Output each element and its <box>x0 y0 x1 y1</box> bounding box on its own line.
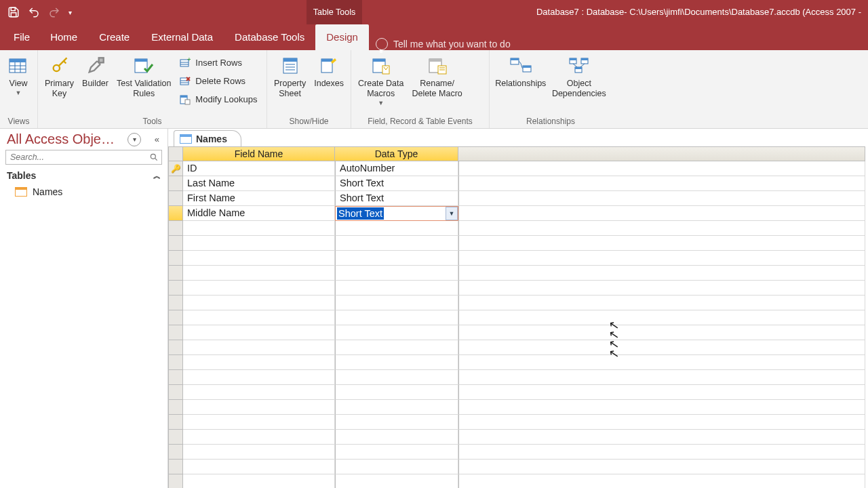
data-type-cell[interactable] <box>335 430 458 445</box>
description-cell[interactable] <box>458 161 865 176</box>
data-type-cell[interactable] <box>335 460 458 474</box>
description-cell[interactable] <box>458 400 865 415</box>
description-cell[interactable] <box>458 445 865 460</box>
row-selector[interactable] <box>168 445 183 460</box>
row-selector[interactable]: 🔑 <box>168 161 183 176</box>
data-type-cell[interactable] <box>335 415 458 430</box>
description-cell[interactable] <box>458 191 865 206</box>
field-name-cell[interactable] <box>183 415 335 430</box>
data-type-header[interactable]: Data Type <box>335 146 458 161</box>
view-button[interactable]: View ▼ <box>4 53 33 98</box>
data-type-cell[interactable] <box>335 236 458 251</box>
field-name-cell[interactable] <box>183 370 335 385</box>
description-cell[interactable] <box>458 415 865 430</box>
data-type-cell[interactable] <box>335 385 458 400</box>
description-cell[interactable] <box>458 296 865 310</box>
description-cell[interactable] <box>458 370 865 385</box>
field-name-cell[interactable] <box>183 236 335 251</box>
description-cell[interactable] <box>458 340 865 355</box>
field-name-cell[interactable] <box>183 355 335 370</box>
row-selector[interactable] <box>168 325 183 340</box>
description-cell[interactable] <box>458 325 865 340</box>
qat-customize-button[interactable]: ▾ <box>65 3 75 21</box>
description-cell[interactable] <box>458 236 865 251</box>
field-name-cell[interactable]: Middle Name <box>183 206 335 221</box>
field-name-cell[interactable] <box>183 310 335 325</box>
data-type-cell[interactable] <box>335 266 458 281</box>
description-header[interactable] <box>458 146 865 161</box>
description-cell[interactable] <box>458 251 865 266</box>
nav-item-names[interactable]: Names <box>0 184 167 200</box>
data-type-cell[interactable]: Short Text <box>335 191 458 206</box>
database-tools-tab[interactable]: Database Tools <box>224 24 315 50</box>
row-selector[interactable] <box>168 415 183 430</box>
row-selector[interactable] <box>168 400 183 415</box>
description-cell[interactable] <box>458 266 865 281</box>
row-selector[interactable] <box>168 176 183 191</box>
field-name-cell[interactable] <box>183 266 335 281</box>
row-selector[interactable] <box>168 460 183 474</box>
rename-delete-macro-button[interactable]: Rename/ Delete Macro <box>409 53 465 100</box>
data-type-cell[interactable] <box>335 474 458 488</box>
data-type-cell[interactable] <box>335 445 458 460</box>
delete-rows-button[interactable]: Delete Rows <box>176 73 260 89</box>
nav-menu-button[interactable]: ▾ <box>127 133 141 146</box>
primary-key-button[interactable]: Primary Key <box>42 53 77 100</box>
modify-lookups-button[interactable]: Modify Lookups <box>176 91 260 108</box>
row-selector[interactable] <box>168 355 183 370</box>
description-cell[interactable] <box>458 281 865 296</box>
field-name-cell[interactable]: Last Name <box>183 176 335 191</box>
search-icon[interactable] <box>148 151 160 163</box>
field-name-cell[interactable] <box>183 251 335 266</box>
redo-button[interactable] <box>45 3 64 21</box>
data-type-cell[interactable]: AutoNumber <box>335 161 458 176</box>
data-type-cell[interactable] <box>335 310 458 325</box>
row-selector[interactable] <box>168 251 183 266</box>
field-name-cell[interactable] <box>183 340 335 355</box>
data-type-cell[interactable]: Short Text <box>335 176 458 191</box>
property-sheet-button[interactable]: Property Sheet <box>271 53 309 100</box>
row-selector[interactable] <box>168 266 183 281</box>
data-type-cell[interactable]: Short Text▼Short TextLong TextNumberLarg… <box>335 206 458 221</box>
relationships-button[interactable]: Relationships <box>494 53 548 90</box>
description-cell[interactable] <box>458 206 865 221</box>
field-name-cell[interactable] <box>183 281 335 296</box>
row-selector[interactable] <box>168 236 183 251</box>
field-name-cell[interactable]: First Name <box>183 191 335 206</box>
field-name-header[interactable]: Field Name <box>183 146 335 161</box>
data-type-cell[interactable] <box>335 340 458 355</box>
field-name-cell[interactable]: ID <box>183 161 335 176</box>
data-type-cell[interactable] <box>335 296 458 310</box>
nav-collapse-button[interactable]: « <box>152 134 162 144</box>
field-name-cell[interactable] <box>183 445 335 460</box>
data-type-cell[interactable] <box>335 281 458 296</box>
test-validation-rules-button[interactable]: Test Validation Rules <box>114 53 174 100</box>
undo-button[interactable] <box>24 3 43 21</box>
field-name-cell[interactable] <box>183 400 335 415</box>
tell-me-search[interactable]: Tell me what you want to do <box>376 38 511 50</box>
row-selector[interactable] <box>168 474 183 488</box>
data-type-cell[interactable] <box>335 370 458 385</box>
field-name-cell[interactable] <box>183 430 335 445</box>
nav-search-input[interactable] <box>5 150 162 165</box>
description-cell[interactable] <box>458 474 865 488</box>
data-type-cell[interactable] <box>335 325 458 340</box>
row-selector[interactable] <box>168 281 183 296</box>
field-name-cell[interactable] <box>183 474 335 488</box>
row-selector[interactable] <box>168 206 183 221</box>
field-name-cell[interactable] <box>183 221 335 236</box>
field-name-cell[interactable] <box>183 460 335 474</box>
home-tab[interactable]: Home <box>39 24 88 50</box>
row-selector[interactable] <box>168 221 183 236</box>
select-all-cell[interactable] <box>168 146 183 161</box>
row-selector[interactable] <box>168 430 183 445</box>
row-selector[interactable] <box>168 310 183 325</box>
insert-rows-button[interactable]: + Insert Rows <box>176 54 260 71</box>
create-data-macros-button[interactable]: Create Data Macros ▼ <box>355 53 406 108</box>
save-button[interactable] <box>4 3 23 21</box>
row-selector[interactable] <box>168 191 183 206</box>
row-selector[interactable] <box>168 340 183 355</box>
data-type-cell[interactable] <box>335 400 458 415</box>
external-data-tab[interactable]: External Data <box>140 24 224 50</box>
description-cell[interactable] <box>458 176 865 191</box>
